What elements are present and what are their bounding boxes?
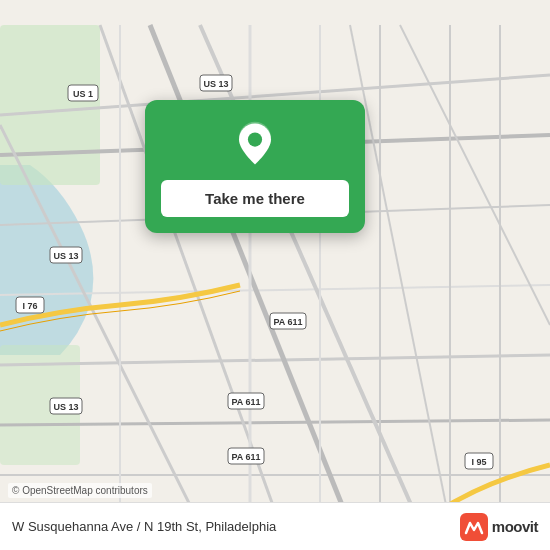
svg-text:US 13: US 13 (53, 402, 78, 412)
moovit-brand-icon (460, 513, 488, 541)
svg-rect-1 (0, 25, 100, 185)
svg-text:US 1: US 1 (73, 89, 93, 99)
osm-attribution: © OpenStreetMap contributors (8, 483, 152, 498)
location-pin-icon (231, 120, 279, 168)
svg-text:I 76: I 76 (22, 301, 37, 311)
svg-text:PA 611: PA 611 (273, 317, 302, 327)
svg-rect-44 (460, 513, 488, 541)
svg-text:US 13: US 13 (203, 79, 228, 89)
bottom-bar: W Susquehanna Ave / N 19th St, Philadelp… (0, 502, 550, 550)
map-container: US 1 US 13 PA 611 US 13 I 76 US 13 PA 61… (0, 0, 550, 550)
svg-text:US 13: US 13 (53, 251, 78, 261)
moovit-text: moovit (492, 518, 538, 535)
address-label: W Susquehanna Ave / N 19th St, Philadelp… (12, 519, 276, 534)
location-card: Take me there (145, 100, 365, 233)
svg-point-43 (248, 132, 262, 146)
map-roads: US 1 US 13 PA 611 US 13 I 76 US 13 PA 61… (0, 0, 550, 550)
take-me-there-button[interactable]: Take me there (161, 180, 349, 217)
svg-text:PA 611: PA 611 (231, 397, 260, 407)
moovit-logo: moovit (460, 513, 538, 541)
svg-text:I 95: I 95 (471, 457, 486, 467)
svg-text:PA 611: PA 611 (231, 452, 260, 462)
